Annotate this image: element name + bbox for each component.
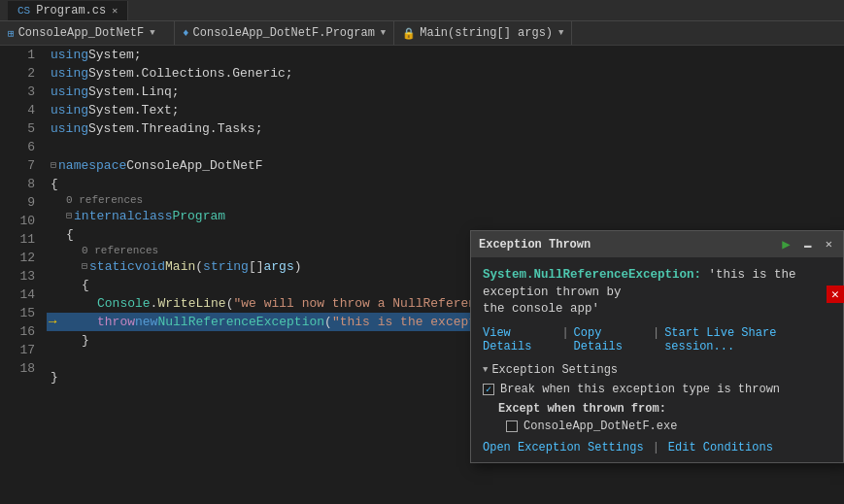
code-line[interactable]: using System.Linq;: [47, 83, 844, 101]
line-number: 18: [8, 359, 35, 378]
code-token: new: [135, 313, 157, 331]
nav-project-dropdown[interactable]: ▼: [150, 28, 154, 38]
exception-popup: Exception Thrown ▶ 🗕 ✕ System.NullRefere…: [470, 230, 844, 463]
code-token: }: [82, 331, 89, 350]
nav-project[interactable]: ⊞ ConsoleApp_DotNetF ▼: [0, 21, 175, 45]
code-token: WriteLine: [157, 294, 225, 313]
code-token: }: [51, 368, 58, 386]
code-token: (: [226, 294, 234, 313]
code-line[interactable]: ⊟namespace ConsoleApp_DotNetF: [47, 156, 844, 175]
except-item-row: ConsoleApp_DotNetF.exe: [506, 420, 831, 433]
code-token: internal: [74, 207, 134, 225]
code-token: Console: [97, 294, 151, 313]
code-container: 123456789101112131415161718 using System…: [0, 46, 844, 504]
code-token: (: [195, 257, 203, 276]
fold-icon[interactable]: ⊟: [51, 156, 56, 175]
code-token: System.Collections.Generic;: [88, 64, 293, 83]
sep2: |: [653, 326, 659, 353]
code-token: NullReferenceException: [157, 313, 324, 331]
code-line[interactable]: ⊟internal class Program: [47, 207, 844, 225]
code-token: []: [249, 257, 264, 276]
exception-text: System.NullReferenceException: 'this is …: [483, 267, 831, 319]
collapse-arrow[interactable]: ▼: [483, 365, 488, 375]
code-token: .: [151, 294, 158, 313]
code-line[interactable]: using System.Text;: [47, 101, 844, 119]
exception-settings-title: ▼ Exception Settings: [483, 363, 831, 377]
popup-links: View Details | Copy Details | Start Live…: [483, 326, 831, 353]
code-token: void: [135, 257, 165, 276]
line-number: 10: [8, 212, 35, 230]
popup-close-button[interactable]: ✕: [823, 236, 835, 252]
break-checkbox-label: Break when this exception type is thrown: [500, 383, 780, 396]
error-indicator[interactable]: ✕: [827, 286, 844, 303]
sep3: |: [653, 441, 659, 454]
open-exception-settings-link[interactable]: Open Exception Settings: [483, 441, 644, 454]
code-line[interactable]: {: [47, 175, 844, 193]
code-token: class: [134, 207, 172, 225]
code-token: System.Threading.Tasks;: [88, 119, 262, 138]
code-token: using: [51, 64, 88, 83]
line-number: 15: [8, 304, 35, 322]
except-from-label: Except when thrown from:: [498, 402, 831, 416]
nav-bar: ⊞ ConsoleApp_DotNetF ▼ ♦ ConsoleApp_DotN…: [0, 21, 844, 46]
nav-method-icon: 🔒: [402, 27, 416, 40]
code-token: using: [51, 46, 88, 64]
break-checkbox-row[interactable]: Break when this exception type is thrown: [483, 383, 831, 396]
fold-icon[interactable]: ⊟: [82, 257, 87, 276]
code-token: {: [66, 225, 74, 244]
except-item-checkbox[interactable]: [506, 420, 518, 432]
code-token: ): [294, 257, 302, 276]
cs-file-icon: CS: [17, 5, 30, 17]
live-share-link[interactable]: Start Live Share session...: [664, 326, 831, 353]
code-token: System;: [88, 46, 142, 64]
fold-icon[interactable]: ⊟: [66, 207, 72, 225]
line-number: 3: [8, 83, 35, 101]
code-line[interactable]: [47, 138, 844, 156]
line-number: 7: [8, 156, 35, 175]
code-token: {: [51, 175, 58, 193]
nav-project-label: ConsoleApp_DotNetF: [18, 26, 145, 40]
nav-class-dropdown[interactable]: ▼: [381, 28, 386, 38]
code-token: string: [203, 257, 249, 276]
nav-method-dropdown[interactable]: ▼: [558, 28, 563, 38]
file-tab[interactable]: CS Program.cs ✕: [8, 1, 128, 20]
line-number: 16: [8, 322, 35, 341]
code-line[interactable]: using System.Threading.Tasks;: [47, 119, 844, 138]
code-line[interactable]: using System;: [47, 46, 844, 64]
popup-header: Exception Thrown ▶ 🗕 ✕: [471, 231, 843, 257]
line-number: 17: [8, 341, 35, 359]
exception-type-name: System.NullReferenceException:: [483, 268, 701, 282]
code-token: throw: [97, 313, 135, 331]
copy-details-link[interactable]: Copy Details: [574, 326, 648, 353]
popup-pin-button[interactable]: 🗕: [799, 236, 817, 252]
view-details-link[interactable]: View Details: [483, 326, 557, 353]
nav-method[interactable]: 🔒 Main(string[] args) ▼: [394, 21, 572, 45]
line-number: 12: [8, 249, 35, 267]
line-number: 2: [8, 64, 35, 83]
tab-close-button[interactable]: ✕: [112, 5, 118, 17]
code-token: using: [51, 101, 88, 119]
reference-line: 0 references: [47, 193, 844, 207]
line-number: 9: [8, 193, 35, 212]
popup-play-button[interactable]: ▶: [779, 235, 793, 253]
nav-class-icon: ♦: [183, 27, 189, 39]
except-from-section: Except when thrown from: ConsoleApp_DotN…: [483, 402, 831, 433]
break-checkbox[interactable]: [483, 384, 494, 395]
code-token: ConsoleApp_DotNetF: [126, 156, 262, 175]
code-token: System.Linq;: [88, 83, 180, 101]
code-token: static: [89, 257, 135, 276]
line-number: 4: [8, 101, 35, 119]
code-token: using: [51, 83, 88, 101]
line-number: 13: [8, 267, 35, 286]
code-token: Program: [172, 207, 225, 225]
line-number: 11: [8, 230, 35, 249]
code-token: {: [82, 276, 89, 294]
code-token: using: [51, 119, 88, 138]
line-number: 6: [8, 138, 35, 156]
code-line[interactable]: using System.Collections.Generic;: [47, 64, 844, 83]
nav-class[interactable]: ♦ ConsoleApp_DotNetF.Program ▼: [175, 21, 394, 45]
sep1: |: [561, 326, 568, 353]
tab-filename: Program.cs: [36, 4, 106, 17]
edit-conditions-link[interactable]: Edit Conditions: [668, 441, 773, 454]
line-numbers: 123456789101112131415161718: [0, 46, 47, 504]
